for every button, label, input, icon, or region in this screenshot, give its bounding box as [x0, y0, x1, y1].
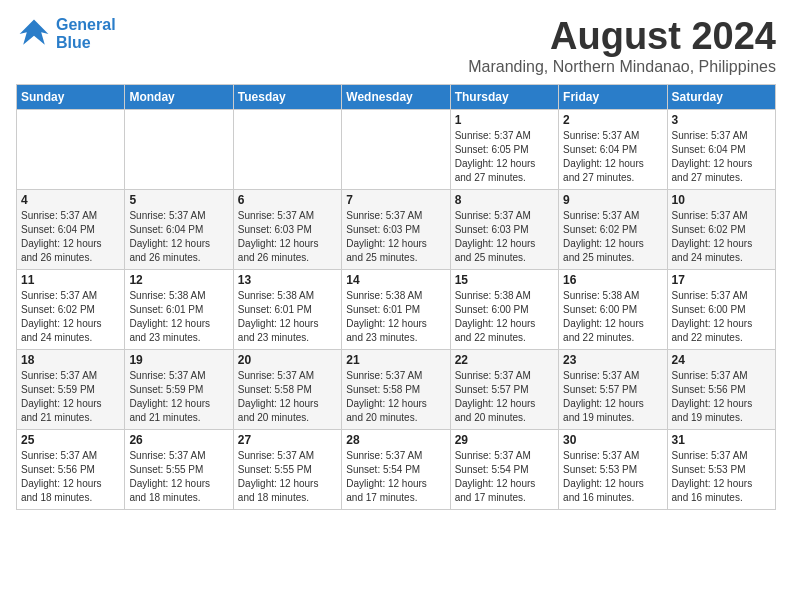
day-number: 10 — [672, 193, 771, 207]
calendar-cell: 5Sunrise: 5:37 AM Sunset: 6:04 PM Daylig… — [125, 189, 233, 269]
header-monday: Monday — [125, 84, 233, 109]
day-number: 9 — [563, 193, 662, 207]
calendar-cell: 7Sunrise: 5:37 AM Sunset: 6:03 PM Daylig… — [342, 189, 450, 269]
day-detail: Sunrise: 5:37 AM Sunset: 5:59 PM Dayligh… — [21, 369, 120, 425]
calendar-cell: 15Sunrise: 5:38 AM Sunset: 6:00 PM Dayli… — [450, 269, 558, 349]
day-detail: Sunrise: 5:38 AM Sunset: 6:00 PM Dayligh… — [455, 289, 554, 345]
day-detail: Sunrise: 5:38 AM Sunset: 6:01 PM Dayligh… — [129, 289, 228, 345]
day-number: 16 — [563, 273, 662, 287]
day-detail: Sunrise: 5:37 AM Sunset: 5:56 PM Dayligh… — [672, 369, 771, 425]
header-friday: Friday — [559, 84, 667, 109]
logo: General Blue — [16, 16, 116, 52]
day-number: 11 — [21, 273, 120, 287]
calendar-week-1: 4Sunrise: 5:37 AM Sunset: 6:04 PM Daylig… — [17, 189, 776, 269]
calendar-cell: 16Sunrise: 5:38 AM Sunset: 6:00 PM Dayli… — [559, 269, 667, 349]
header-saturday: Saturday — [667, 84, 775, 109]
calendar-cell — [342, 109, 450, 189]
day-detail: Sunrise: 5:37 AM Sunset: 6:03 PM Dayligh… — [238, 209, 337, 265]
title-block: August 2024 Maranding, Northern Mindanao… — [468, 16, 776, 76]
day-number: 17 — [672, 273, 771, 287]
calendar-cell: 29Sunrise: 5:37 AM Sunset: 5:54 PM Dayli… — [450, 429, 558, 509]
calendar-cell: 24Sunrise: 5:37 AM Sunset: 5:56 PM Dayli… — [667, 349, 775, 429]
header-tuesday: Tuesday — [233, 84, 341, 109]
day-number: 19 — [129, 353, 228, 367]
day-detail: Sunrise: 5:37 AM Sunset: 5:56 PM Dayligh… — [21, 449, 120, 505]
day-number: 22 — [455, 353, 554, 367]
calendar-cell: 14Sunrise: 5:38 AM Sunset: 6:01 PM Dayli… — [342, 269, 450, 349]
day-number: 2 — [563, 113, 662, 127]
day-number: 4 — [21, 193, 120, 207]
header-thursday: Thursday — [450, 84, 558, 109]
day-detail: Sunrise: 5:37 AM Sunset: 6:03 PM Dayligh… — [455, 209, 554, 265]
day-number: 7 — [346, 193, 445, 207]
calendar-body: 1Sunrise: 5:37 AM Sunset: 6:05 PM Daylig… — [17, 109, 776, 509]
day-detail: Sunrise: 5:37 AM Sunset: 5:59 PM Dayligh… — [129, 369, 228, 425]
day-detail: Sunrise: 5:37 AM Sunset: 5:57 PM Dayligh… — [563, 369, 662, 425]
calendar-cell: 28Sunrise: 5:37 AM Sunset: 5:54 PM Dayli… — [342, 429, 450, 509]
day-number: 5 — [129, 193, 228, 207]
page-header: General Blue August 2024 Maranding, Nort… — [16, 16, 776, 76]
calendar-week-4: 25Sunrise: 5:37 AM Sunset: 5:56 PM Dayli… — [17, 429, 776, 509]
day-number: 28 — [346, 433, 445, 447]
calendar-header: SundayMondayTuesdayWednesdayThursdayFrid… — [17, 84, 776, 109]
calendar-cell: 22Sunrise: 5:37 AM Sunset: 5:57 PM Dayli… — [450, 349, 558, 429]
day-detail: Sunrise: 5:38 AM Sunset: 6:00 PM Dayligh… — [563, 289, 662, 345]
calendar-cell: 30Sunrise: 5:37 AM Sunset: 5:53 PM Dayli… — [559, 429, 667, 509]
day-detail: Sunrise: 5:37 AM Sunset: 5:53 PM Dayligh… — [672, 449, 771, 505]
calendar-cell: 21Sunrise: 5:37 AM Sunset: 5:58 PM Dayli… — [342, 349, 450, 429]
day-number: 23 — [563, 353, 662, 367]
day-detail: Sunrise: 5:37 AM Sunset: 5:55 PM Dayligh… — [238, 449, 337, 505]
calendar-cell: 10Sunrise: 5:37 AM Sunset: 6:02 PM Dayli… — [667, 189, 775, 269]
day-number: 21 — [346, 353, 445, 367]
day-detail: Sunrise: 5:37 AM Sunset: 5:57 PM Dayligh… — [455, 369, 554, 425]
day-number: 6 — [238, 193, 337, 207]
day-detail: Sunrise: 5:37 AM Sunset: 5:53 PM Dayligh… — [563, 449, 662, 505]
day-detail: Sunrise: 5:37 AM Sunset: 5:58 PM Dayligh… — [238, 369, 337, 425]
day-number: 30 — [563, 433, 662, 447]
calendar-cell: 9Sunrise: 5:37 AM Sunset: 6:02 PM Daylig… — [559, 189, 667, 269]
day-detail: Sunrise: 5:37 AM Sunset: 6:02 PM Dayligh… — [21, 289, 120, 345]
calendar-cell: 25Sunrise: 5:37 AM Sunset: 5:56 PM Dayli… — [17, 429, 125, 509]
day-number: 27 — [238, 433, 337, 447]
calendar-cell: 1Sunrise: 5:37 AM Sunset: 6:05 PM Daylig… — [450, 109, 558, 189]
svg-marker-0 — [20, 20, 49, 45]
calendar-cell: 8Sunrise: 5:37 AM Sunset: 6:03 PM Daylig… — [450, 189, 558, 269]
calendar-cell: 19Sunrise: 5:37 AM Sunset: 5:59 PM Dayli… — [125, 349, 233, 429]
calendar-cell: 27Sunrise: 5:37 AM Sunset: 5:55 PM Dayli… — [233, 429, 341, 509]
day-detail: Sunrise: 5:38 AM Sunset: 6:01 PM Dayligh… — [238, 289, 337, 345]
day-number: 25 — [21, 433, 120, 447]
day-detail: Sunrise: 5:37 AM Sunset: 6:04 PM Dayligh… — [672, 129, 771, 185]
day-detail: Sunrise: 5:37 AM Sunset: 6:02 PM Dayligh… — [563, 209, 662, 265]
day-detail: Sunrise: 5:37 AM Sunset: 6:04 PM Dayligh… — [563, 129, 662, 185]
day-detail: Sunrise: 5:37 AM Sunset: 6:04 PM Dayligh… — [129, 209, 228, 265]
calendar-cell: 4Sunrise: 5:37 AM Sunset: 6:04 PM Daylig… — [17, 189, 125, 269]
day-detail: Sunrise: 5:37 AM Sunset: 6:04 PM Dayligh… — [21, 209, 120, 265]
calendar-cell: 23Sunrise: 5:37 AM Sunset: 5:57 PM Dayli… — [559, 349, 667, 429]
calendar-cell: 11Sunrise: 5:37 AM Sunset: 6:02 PM Dayli… — [17, 269, 125, 349]
header-sunday: Sunday — [17, 84, 125, 109]
location-subtitle: Maranding, Northern Mindanao, Philippine… — [468, 58, 776, 76]
day-number: 29 — [455, 433, 554, 447]
logo-icon — [16, 16, 52, 52]
calendar-cell: 12Sunrise: 5:38 AM Sunset: 6:01 PM Dayli… — [125, 269, 233, 349]
day-detail: Sunrise: 5:37 AM Sunset: 6:03 PM Dayligh… — [346, 209, 445, 265]
day-number: 15 — [455, 273, 554, 287]
calendar-week-3: 18Sunrise: 5:37 AM Sunset: 5:59 PM Dayli… — [17, 349, 776, 429]
day-detail: Sunrise: 5:37 AM Sunset: 5:58 PM Dayligh… — [346, 369, 445, 425]
calendar-cell: 17Sunrise: 5:37 AM Sunset: 6:00 PM Dayli… — [667, 269, 775, 349]
calendar-cell — [17, 109, 125, 189]
calendar-cell: 2Sunrise: 5:37 AM Sunset: 6:04 PM Daylig… — [559, 109, 667, 189]
calendar-cell: 31Sunrise: 5:37 AM Sunset: 5:53 PM Dayli… — [667, 429, 775, 509]
logo-text: General Blue — [56, 16, 116, 51]
day-number: 8 — [455, 193, 554, 207]
day-number: 31 — [672, 433, 771, 447]
calendar-cell — [125, 109, 233, 189]
calendar-cell: 18Sunrise: 5:37 AM Sunset: 5:59 PM Dayli… — [17, 349, 125, 429]
calendar-cell — [233, 109, 341, 189]
day-number: 13 — [238, 273, 337, 287]
day-number: 18 — [21, 353, 120, 367]
month-year-title: August 2024 — [468, 16, 776, 58]
calendar-week-2: 11Sunrise: 5:37 AM Sunset: 6:02 PM Dayli… — [17, 269, 776, 349]
day-number: 12 — [129, 273, 228, 287]
day-detail: Sunrise: 5:37 AM Sunset: 5:54 PM Dayligh… — [455, 449, 554, 505]
